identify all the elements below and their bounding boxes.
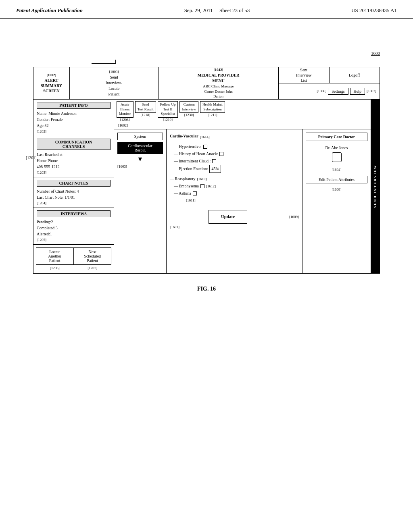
- ref-1230: [1230]: [184, 113, 194, 117]
- ref-1611-row: [1611]: [186, 197, 299, 204]
- communication-content: Last Reached at Home Phone 408-555-1212: [37, 152, 111, 170]
- send-label: SendInterview-LocatePatient: [106, 75, 123, 97]
- settings-label: Settings: [332, 89, 344, 94]
- heart-attack-checkbox[interactable]: [219, 152, 223, 156]
- header-center: Sep. 29, 2011 Sheet 23 of 53: [184, 7, 250, 14]
- respiratory-label: — Reaspiratory: [170, 175, 196, 183]
- patient-info-title: PATIENT INFO: [37, 102, 111, 109]
- help-btn[interactable]: Help: [350, 88, 365, 95]
- interviews-content: Pending:2 Completed:3 Alerted:1: [37, 219, 111, 237]
- ref-1601-row: [1601]: [170, 224, 299, 230]
- edit-attrs-btn[interactable]: Edit Patient Attributes: [306, 176, 367, 183]
- interviews-title: INTERVIEWS: [37, 210, 111, 217]
- primary-care-box: Primary Care Doctor: [306, 133, 367, 141]
- next-patient-btn[interactable]: NextScheduledPatient: [74, 247, 112, 265]
- health-maint-btn[interactable]: Health Maint.Subscription: [200, 101, 225, 113]
- cardio-header-row: Cardio-Vascular [1614]: [170, 133, 299, 141]
- intermittent-checkbox[interactable]: [212, 159, 216, 163]
- ejection-value: 45%: [209, 165, 221, 173]
- page-header: Patent Application Publication Sep. 29, …: [0, 0, 413, 19]
- locate-patient-section: LocateAnotherPatient [1206]: [36, 247, 74, 271]
- menu-acute-illness: AcuteIllnessMonitor [1208]: [117, 101, 133, 122]
- pending: Pending:2: [37, 219, 111, 225]
- main-content: 1600 [1002] ALERTSUMMARYSCREEN: [0, 19, 413, 300]
- right-panel: Primary Care Doctor Dr. Abe Jones [1604]…: [302, 129, 371, 273]
- system-selector: System CardiovascularRespir. ▼ [1603]: [114, 129, 167, 273]
- ref-1600-label: 1600: [371, 51, 380, 56]
- diagram-outer: [1002] ALERTSUMMARYSCREEN [1003] SendInt…: [33, 67, 380, 274]
- send-section: [1003] SendInterview-LocatePatient: [70, 67, 158, 99]
- dropdown-icon: ▼: [117, 156, 163, 163]
- ref-1602: [1602]: [118, 123, 128, 127]
- conditions-panel: Cardio-Vascular [1614] — Hypertensive: —…: [167, 129, 302, 273]
- ref-1218: [1218]: [141, 113, 150, 117]
- settings-btn[interactable]: Settings: [328, 88, 348, 95]
- header-left: Patent Application Publication: [16, 7, 83, 14]
- send-interview-vertical-label: SEND INTERVIEW: [373, 165, 377, 208]
- condition-asthma: — Asthma: [174, 190, 299, 197]
- ref-1208: [1208]: [120, 118, 130, 122]
- ref-1219: [1219]: [163, 118, 173, 122]
- acute-illness-btn[interactable]: AcuteIllnessMonitor: [117, 101, 133, 118]
- locate-patient-btn[interactable]: LocateAnotherPatient: [36, 247, 74, 265]
- ref-1614: [1614]: [200, 134, 210, 140]
- center-right-container: AcuteIllnessMonitor [1208] SendTest Resu…: [114, 100, 371, 273]
- update-btn[interactable]: Update: [209, 210, 247, 224]
- header-date: Sep. 29, 2011: [184, 7, 213, 13]
- ref-1608: [1608]: [332, 187, 342, 191]
- top-right-row2: [1006] Settings Help [1007]: [279, 83, 380, 99]
- ref-1610: [1610]: [197, 176, 207, 182]
- follow-up-btn[interactable]: Follow UpTest IISpecialist: [158, 101, 178, 118]
- condition-intermittent: — Intermittent Claud.:: [174, 158, 299, 165]
- next-patient-section: NextScheduledPatient [1207]: [74, 247, 112, 271]
- primary-care-label: Primary Care Doctor: [318, 135, 355, 139]
- logoff-label: Logoff: [349, 73, 360, 77]
- ref-1003: [1003]: [109, 69, 119, 75]
- menu-bar: AcuteIllnessMonitor [1208] SendTest Resu…: [114, 100, 371, 129]
- doctor-name: Dr. Abe Jones: [325, 145, 348, 151]
- logoff-btn[interactable]: Logoff: [330, 67, 380, 83]
- communication-section: COMMUNICATIONCHANNELS Last Reached at Ho…: [33, 136, 114, 177]
- ref-1611: [1611]: [186, 198, 196, 202]
- cardiovascular-btn[interactable]: CardiovascularRespir.: [117, 142, 163, 154]
- asthma-checkbox[interactable]: [193, 191, 197, 195]
- ref-1603: [1603]: [117, 164, 163, 168]
- patient-info-section: PATIENT INFO Name: Minnie Anderson Gende…: [33, 100, 114, 136]
- last-chart-note: Last Chart Note: 1/1/01: [37, 194, 111, 200]
- cardio-header: Cardio-Vascular: [170, 133, 198, 140]
- send-test-btn[interactable]: SendTest Result: [135, 101, 156, 113]
- ref-1601: [1601]: [170, 225, 179, 229]
- ref-1042: [1042]: [214, 67, 223, 73]
- header-right: US 2011/0238435 A1: [351, 7, 397, 14]
- chart-notes-count: Number of Chart Notes: 4: [37, 188, 111, 194]
- ref-1201-line: [39, 167, 45, 167]
- figure-container: 1600 [1002] ALERTSUMMARYSCREEN: [25, 51, 388, 292]
- sent-interview-label: SentInterviewList: [296, 67, 311, 83]
- condition-emphysema: — Emphysema [1612]: [174, 183, 299, 190]
- top-left-section: [1002] ALERTSUMMARYSCREEN [1003] SendInt…: [33, 67, 159, 99]
- custom-interview-btn[interactable]: CustomInterview: [179, 101, 198, 113]
- condition-hypertensive: — Hypertensive:: [174, 143, 299, 150]
- top-right-row1: SentInterviewList Logoff: [279, 67, 380, 83]
- diagram-wrapper: [1002] ALERTSUMMARYSCREEN [1003] SendInt…: [33, 67, 380, 274]
- diagram-top-bar: [1002] ALERTSUMMARYSCREEN [1003] SendInt…: [33, 67, 380, 100]
- system-btn[interactable]: System: [117, 133, 163, 140]
- ref-1211: [1211]: [208, 113, 217, 117]
- top-right-section: SentInterviewList Logoff [1006] Settings: [279, 67, 380, 99]
- phone-number: 408-555-1212: [37, 164, 111, 170]
- medical-provider-subtitle: ABC Clinic MassageCenter Doctor JohnDart…: [203, 84, 234, 99]
- patient-gender: Gender: Female: [37, 116, 111, 123]
- doctor-info: Dr. Abe Jones: [325, 145, 348, 164]
- sent-interview-list: SentInterviewList: [279, 67, 330, 83]
- hypertensive-checkbox[interactable]: [203, 145, 207, 149]
- edit-attrs-label: Edit Patient Attributes: [319, 177, 355, 182]
- completed: Completed:3: [37, 225, 111, 231]
- respiratory-header-row: — Reaspiratory [1610]: [170, 175, 299, 183]
- menu-send-test: SendTest Result [1218]: [135, 101, 156, 122]
- patient-age: Age:32: [37, 123, 111, 129]
- emphysema-checkbox[interactable]: [200, 184, 204, 188]
- chart-notes-content: Number of Chart Notes: 4 Last Chart Note…: [37, 188, 111, 200]
- chart-notes-section: CHART NOTES Number of Chart Notes: 4 Las…: [33, 177, 114, 208]
- ref-1206: [1206]: [50, 266, 60, 270]
- left-panel: PATIENT INFO Name: Minnie Anderson Gende…: [33, 100, 114, 273]
